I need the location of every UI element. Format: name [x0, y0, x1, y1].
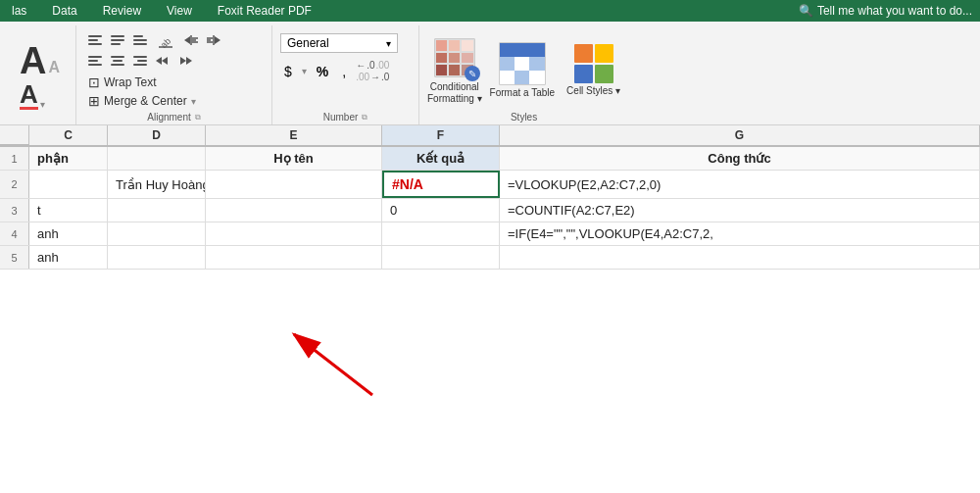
cell-e5[interactable] [206, 246, 382, 269]
col-header-e[interactable]: E [206, 125, 382, 145]
cell-styles-icon [574, 44, 613, 83]
column-headers: C D E F G [0, 125, 980, 147]
svg-marker-11 [215, 36, 220, 44]
number-format-dropdown[interactable]: General ▾ [280, 33, 398, 53]
table-row-2: 2 Trần Huy Hoàng #N/A =VLOOKUP(E2,A2:C7,… [0, 171, 980, 199]
font-color-btn[interactable]: A ▾ [20, 81, 45, 110]
cell-c2[interactable] [29, 171, 108, 198]
cell-c4[interactable]: anh [29, 222, 108, 245]
header-c[interactable]: phận [29, 147, 108, 170]
ribbon: A A A ▾ [0, 22, 980, 125]
svg-line-17 [294, 334, 372, 395]
format-table-label: Format a Table [490, 87, 556, 99]
spreadsheet-container: C D E F G 1 phận Họ tên Kết quả Công thứ… [0, 125, 980, 270]
header-d[interactable] [108, 147, 206, 170]
number-dialog-launcher[interactable]: ⧉ [362, 113, 368, 123]
halign-left-btn[interactable] [84, 52, 106, 70]
merge-dropdown-icon[interactable]: ▾ [191, 96, 196, 107]
col-header-f[interactable]: F [382, 125, 500, 145]
cell-d4[interactable] [108, 222, 206, 245]
cell-c3[interactable]: t [29, 199, 108, 222]
menu-item-view[interactable]: View [163, 2, 196, 20]
font-size-large-btn[interactable]: A A [20, 42, 60, 79]
svg-marker-12 [156, 57, 162, 65]
increase-decimal-btn[interactable]: ←.0.00 [356, 60, 389, 71]
indent-decrease-btn[interactable] [180, 31, 202, 49]
cell-styles-button[interactable]: Cell Styles ▾ [566, 44, 620, 97]
font-a-small-icon: A [48, 56, 60, 79]
merge-center-button[interactable]: ⊞ Merge & Center ▾ [84, 92, 264, 110]
cell-g3[interactable]: =COUNTIF(A2:C7,E2) [500, 199, 980, 222]
col-header-c[interactable]: C [29, 125, 108, 145]
row-num-5: 5 [0, 246, 29, 269]
ribbon-content: A A A ▾ [8, 25, 972, 124]
rtl-btn[interactable] [152, 52, 173, 70]
align-top-btn[interactable] [84, 31, 106, 49]
cell-e4[interactable] [206, 222, 382, 245]
comma-button[interactable]: , [338, 63, 350, 80]
header-g[interactable]: Công thức [500, 147, 980, 170]
ltr-btn[interactable] [174, 52, 196, 70]
col-header-g[interactable]: G [500, 125, 980, 145]
cell-f5[interactable] [382, 246, 500, 269]
cell-g2[interactable]: =VLOOKUP(E2,A2:C7,2,0) [500, 171, 980, 198]
font-a-icon: A [20, 42, 46, 79]
alignment-dialog-launcher[interactable]: ⧉ [195, 113, 201, 123]
cell-c5[interactable]: anh [29, 246, 108, 269]
halign-center-btn[interactable] [107, 52, 128, 70]
menu-item-data[interactable]: Data [48, 2, 80, 20]
menu-item-foxit[interactable]: Foxit Reader PDF [214, 2, 316, 20]
cell-d2[interactable]: Trần Huy Hoàng [108, 171, 206, 198]
font-color-dropdown-icon: ▾ [40, 99, 45, 110]
svg-marker-2 [184, 36, 190, 44]
row-num-2: 2 [0, 171, 29, 198]
row-num-4: 4 [0, 222, 29, 245]
format-table-icon [499, 42, 546, 85]
cell-e2[interactable] [206, 171, 382, 198]
align-bottom-btn[interactable] [129, 31, 151, 49]
cell-g5[interactable] [500, 246, 980, 269]
percent-button[interactable]: % [313, 63, 332, 80]
svg-marker-14 [180, 57, 186, 65]
indent-increase-btn[interactable] [203, 31, 224, 49]
table-row-header: 1 phận Họ tên Kết quả Công thức [0, 147, 980, 171]
wrap-text-label: Wrap Text [104, 75, 157, 89]
cell-f2-highlighted[interactable]: #N/A [382, 171, 500, 198]
ribbon-group-font: A A A ▾ [8, 25, 76, 124]
cell-f4[interactable] [382, 222, 500, 245]
currency-button[interactable]: $ [280, 63, 296, 80]
table-row-5: 5 anh [0, 246, 980, 270]
styles-group-label: Styles [511, 110, 537, 123]
merge-icon: ⊞ [88, 93, 100, 109]
ribbon-group-styles: ✎ ConditionalFormatting ▾ [419, 25, 628, 124]
svg-marker-15 [186, 57, 192, 65]
menu-item-review[interactable]: Review [99, 2, 145, 20]
wrap-text-button[interactable]: ⊡ Wrap Text [84, 74, 264, 91]
cell-g4[interactable]: =IF(E4="","",VLOOKUP(E4,A2:C7,2, [500, 222, 980, 245]
row-num-3: 3 [0, 199, 29, 222]
halign-right-btn[interactable] [129, 52, 151, 70]
conditional-formatting-button[interactable]: ✎ ConditionalFormatting ▾ [427, 36, 482, 105]
menu-item-las[interactable]: las [8, 2, 30, 20]
col-header-d[interactable]: D [108, 125, 206, 145]
number-group-label: Number ⧉ [323, 110, 368, 123]
header-e[interactable]: Họ tên [206, 147, 382, 170]
ribbon-group-alignment: ab [76, 25, 272, 124]
tell-me-bar[interactable]: 🔍 Tell me what you want to do... [799, 4, 972, 18]
header-f[interactable]: Kết quả [382, 147, 500, 170]
orient-text-btn[interactable]: ab [152, 31, 179, 49]
lightbulb-icon: 🔍 [799, 4, 813, 18]
cell-f3[interactable]: 0 [382, 199, 500, 222]
cell-e3[interactable] [206, 199, 382, 222]
cell-d3[interactable] [108, 199, 206, 222]
align-middle-btn[interactable] [107, 31, 128, 49]
number-format-arrow: ▾ [386, 38, 391, 49]
format-table-button[interactable]: Format a Table [490, 42, 556, 99]
currency-dropdown-arrow[interactable]: ▾ [302, 66, 307, 76]
decrease-decimal-btn[interactable]: .00→.0 [356, 72, 389, 82]
decimal-controls: ←.0.00 .00→.0 [356, 60, 389, 82]
cell-d5[interactable] [108, 246, 206, 269]
row-num-1: 1 [0, 147, 29, 170]
tell-me-text: Tell me what you want to do... [817, 4, 972, 18]
arrow-annotation [274, 317, 412, 405]
